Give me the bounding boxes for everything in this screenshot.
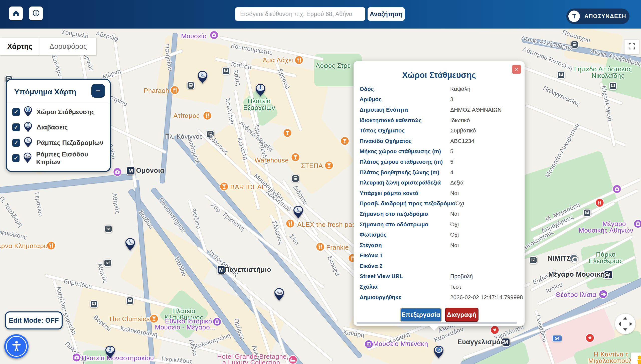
popup-horizontal-scrollbar[interactable] [357, 322, 517, 324]
bus-stop-icon [90, 300, 98, 308]
poi-bed-icon[interactable] [288, 355, 298, 364]
popup-row: Προσβ. διαδρομή προς πεζοδρόμιοΌχι [354, 199, 525, 209]
poi-H-icon[interactable] [595, 198, 604, 209]
bus-stop-icon [126, 297, 134, 305]
marker-parking[interactable] [433, 345, 444, 360]
poi-cam-icon[interactable] [612, 184, 622, 195]
legend-panel: Υπόμνημα Χάρτη − ✓Χώροι Στάθμευσης✓Διαβά… [6, 79, 111, 172]
legend-collapse-button[interactable]: − [91, 84, 105, 98]
map-label: Pharaoh [144, 87, 169, 95]
map-label: a Luxury Collection... [222, 359, 286, 364]
popup-row-value: Όχι [450, 221, 459, 228]
pan-control[interactable] [615, 314, 635, 334]
popup-row-value: Ναι [450, 211, 459, 217]
poi-rest-icon[interactable] [170, 85, 180, 96]
accessibility-button[interactable] [4, 334, 29, 358]
map-label: Θέατρο Ιλίσια [556, 291, 596, 299]
poi-bar-icon[interactable] [340, 136, 350, 147]
poi-rest-icon[interactable] [315, 242, 325, 253]
search-button[interactable]: Αναζήτηση [368, 7, 405, 21]
marker-building[interactable] [274, 288, 285, 302]
legend-checkbox-crossing[interactable]: ✓ [12, 123, 20, 131]
poi-bar-icon[interactable] [283, 128, 292, 139]
poi-heart-icon[interactable] [490, 325, 500, 336]
poi-mus-icon[interactable] [212, 317, 222, 327]
poi-bar-icon[interactable] [149, 314, 159, 324]
popup-close-button[interactable]: × [512, 65, 521, 74]
marker-ramp[interactable] [293, 205, 304, 220]
home-button[interactable] [9, 7, 23, 20]
poi-heart-icon[interactable] [585, 333, 595, 344]
poi-rest-icon[interactable] [294, 55, 304, 66]
marker-ramp[interactable] [197, 70, 208, 85]
map-label: Ατίταμος [174, 112, 200, 120]
poi-mus-icon[interactable] [633, 219, 641, 230]
poi-mus-icon[interactable] [364, 339, 374, 350]
popup-row-label: Δημιουργήθηκε [360, 294, 450, 301]
marker-crossing[interactable] [255, 83, 266, 98]
poi-bar-icon[interactable] [291, 152, 300, 163]
marker-ramp[interactable] [125, 238, 136, 252]
poi-bar-icon[interactable] [219, 182, 229, 192]
poi-cam-icon[interactable] [113, 167, 122, 178]
pegman-control[interactable] [631, 352, 641, 364]
poi-rest-icon[interactable] [203, 111, 212, 121]
popup-row-value: ΔΗΜΟΣ ΑΘΗΝΑΙΩΝ [450, 107, 502, 113]
popup-row: ΣχόλιαΤεστ [354, 282, 525, 292]
poi-cam-icon[interactable] [72, 353, 81, 363]
popup-row-value: Όχι [455, 200, 464, 207]
popup-row-value: Καψάλη [450, 86, 470, 92]
tab-satellite[interactable]: Δορυφόρος [40, 38, 96, 55]
legend-parking-pin-icon [24, 106, 33, 118]
popup-row: Δημοτική ΕνότηταΔΗΜΟΣ ΑΘΗΝΑΙΩΝ [354, 105, 525, 115]
road-shield: 54 [552, 335, 562, 342]
map-type-control: Χάρτης Δορυφόρος [0, 38, 96, 55]
tab-map[interactable]: Χάρτης [0, 38, 40, 55]
info-button[interactable] [29, 7, 43, 20]
popup-row: ΣτέγασηΝαι [354, 240, 525, 251]
edit-mode-button[interactable]: Edit Mode: OFF [5, 311, 63, 329]
poi-theater-icon[interactable] [598, 289, 608, 300]
popup-row-label: Σχόλια [360, 284, 450, 290]
app: MMMM54ΜάρνηΑβερώφΣουρμελήΣωνιέροΑχαρνώνΚ… [0, 0, 641, 364]
bus-stop-icon [187, 81, 195, 89]
fullscreen-button[interactable] [624, 40, 639, 54]
map-label: Πλατεία Μοναστηρακίου [81, 354, 154, 362]
map-label: Ελευθερίας [589, 257, 622, 265]
legend-item-label: Διαβάσεις [37, 123, 68, 131]
poi-rest-icon[interactable] [46, 241, 56, 251]
map-label: Μέγαρο Μουσικής [548, 271, 609, 278]
legend-checkbox-ramp[interactable]: ✓ [12, 139, 20, 147]
fullscreen-icon [628, 43, 635, 51]
marker-crossing[interactable] [105, 345, 116, 360]
map-label: Π. Τσαλδάρη [0, 195, 24, 229]
popup-rows: ΟδόςΚαψάληΑριθμός3Δημοτική ΕνότηταΔΗΜΟΣ … [354, 84, 525, 302]
legend-checkbox-building[interactable]: ✓ [12, 154, 20, 162]
delete-button[interactable]: Διαγραφή [445, 308, 478, 322]
map-label: Άμα Λάχει [263, 56, 293, 64]
map-label: ΣΤΕΠΑ [301, 162, 323, 170]
edit-button[interactable]: Επεξεργασία [400, 308, 442, 322]
popup-row: Street View URLΠροβολή [354, 271, 525, 282]
poi-bar-icon[interactable] [324, 161, 334, 171]
popup-row-value: Ιδιωτικό [450, 117, 470, 124]
popup-row-label: Δημοτική Ενότητα [360, 107, 450, 113]
poi-cam-icon[interactable] [209, 30, 219, 41]
street-view-link[interactable]: Προβολή [450, 273, 473, 280]
poi-rest-icon[interactable] [285, 219, 295, 229]
popup-row-value: 2026-02-02 12:47:14.799998 [450, 294, 523, 301]
legend-divider [7, 104, 110, 104]
logout-button[interactable]: T ΑΠΟΣΥΝΔΕΣΗ [566, 9, 629, 24]
popup-row-label: Αριθμός [360, 96, 450, 103]
popup-actions: Επεξεργασία Διαγραφή [354, 308, 525, 322]
legend-checkbox-parking[interactable]: ✓ [12, 108, 20, 116]
map-label: Αισχύλου [55, 285, 68, 312]
search-input[interactable] [235, 7, 365, 21]
popup-row: Δημιουργήθηκε2026-02-02 12:47:14.799998 [354, 292, 525, 303]
popup-row-value: 5 [450, 148, 453, 155]
logout-label: ΑΠΟΣΥΝΔΕΣΗ [584, 13, 626, 20]
bus-stop-icon [583, 209, 591, 217]
popup-row-label: Οδός [360, 86, 450, 92]
map-label: Σωνιέρο [50, 54, 64, 78]
popup-row-value: Τεστ [450, 284, 461, 290]
